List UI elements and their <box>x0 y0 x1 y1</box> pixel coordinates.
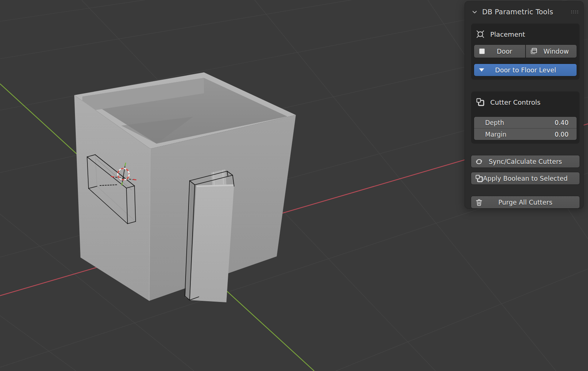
panel-header: DB Parametric Tools <box>471 1 580 21</box>
window-toggle-button[interactable]: Window <box>526 45 577 58</box>
sync-calculate-cutters-button[interactable]: Sync/Calculate Cutters <box>471 155 580 168</box>
blender-3d-viewport-window: DB Parametric Tools Placement <box>0 0 588 371</box>
door-front-face <box>190 184 234 302</box>
chevron-down-icon[interactable] <box>471 8 478 15</box>
purge-all-cutters-button[interactable]: Purge All Cutters <box>471 196 580 208</box>
margin-slider-value: 0.00 <box>555 131 569 138</box>
depth-slider-label: Depth <box>485 119 555 126</box>
sync-button-label: Sync/Calculate Cutters <box>489 158 562 165</box>
mesh-plane-icon <box>478 47 486 55</box>
apply-button-label: Apply Boolean to Selected <box>483 175 567 182</box>
door-toggle-button[interactable]: Door <box>474 45 525 58</box>
placement-section-label: Placement <box>490 30 525 38</box>
db-parametric-tools-panel: DB Parametric Tools Placement <box>465 1 584 209</box>
depth-slider[interactable]: Depth 0.40 <box>474 117 577 128</box>
door-object[interactable] <box>185 182 234 302</box>
refresh-icon <box>475 157 483 166</box>
pivot-origin-icon <box>476 29 485 39</box>
cutter-controls-section: Cutter Controls Depth 0.40 Margin 0.00 <box>471 91 580 144</box>
boolean-modifier-icon <box>476 97 485 107</box>
purge-button-label: Purge All Cutters <box>498 199 552 206</box>
triangle-down-icon <box>478 68 485 72</box>
cutter-controls-label: Cutter Controls <box>490 98 541 106</box>
window-icon <box>530 47 538 55</box>
cutter-controls-header: Cutter Controls <box>474 94 577 109</box>
panel-title[interactable]: DB Parametric Tools <box>482 8 571 16</box>
door-toggle-label: Door <box>486 48 523 55</box>
placement-type-toggle: Door Window <box>474 45 577 58</box>
placement-section-header: Placement <box>474 26 577 41</box>
window-toggle-label: Window <box>538 48 575 55</box>
door-to-floor-level-dropdown[interactable]: Door to Floor Level <box>474 64 577 76</box>
apply-boolean-button[interactable]: Apply Boolean to Selected <box>471 172 580 184</box>
cutter-sliders: Depth 0.40 Margin 0.00 <box>474 117 577 140</box>
dropdown-selected-label: Door to Floor Level <box>485 66 566 74</box>
depth-slider-value: 0.40 <box>555 119 569 126</box>
boolean-modifier-icon <box>475 174 484 183</box>
margin-slider[interactable]: Margin 0.00 <box>474 129 577 140</box>
grip-dots-icon[interactable] <box>571 10 579 14</box>
trash-icon <box>475 198 483 206</box>
placement-section: Placement Door <box>471 24 580 80</box>
margin-slider-label: Margin <box>485 131 555 138</box>
